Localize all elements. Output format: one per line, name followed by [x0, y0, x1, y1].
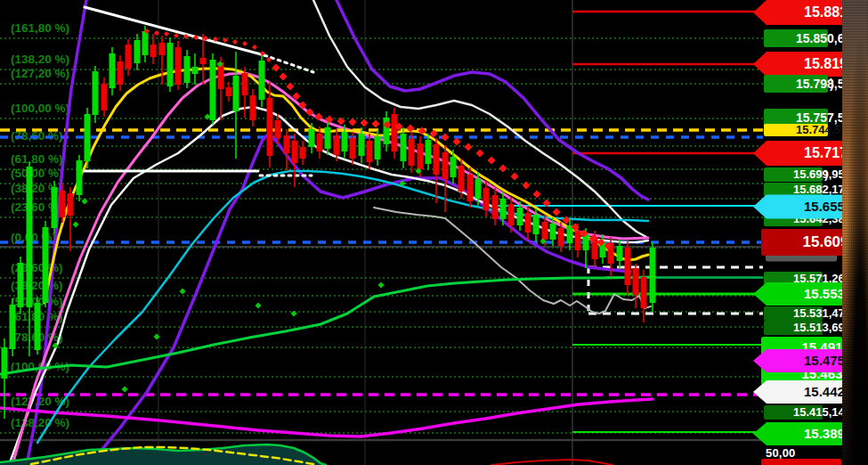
candle-body [226, 87, 232, 96]
candle-body [10, 305, 16, 349]
candle-body [367, 141, 373, 162]
candle-body [442, 152, 449, 179]
candle-body [617, 246, 623, 261]
candle-body [200, 58, 207, 64]
candle-body [259, 61, 265, 100]
candle-body [650, 248, 656, 303]
candle-body [359, 134, 365, 156]
candle [43, 221, 49, 307]
candle [110, 47, 116, 95]
candle-body [18, 263, 24, 307]
candle-body [325, 127, 331, 149]
candle-body [267, 98, 273, 156]
svg-text:(161,80 %): (161,80 %) [11, 21, 69, 35]
svg-text:(127,20 %): (127,20 %) [11, 67, 69, 80]
candle-body [27, 167, 33, 307]
candle-body [508, 204, 515, 225]
candle-body [418, 143, 424, 169]
candle-body [458, 166, 465, 192]
candle-body [292, 141, 298, 163]
candle-body [2, 347, 8, 379]
candle [210, 53, 216, 125]
candle-body [233, 76, 239, 111]
candle-body [150, 45, 157, 57]
candle [35, 297, 41, 355]
svg-text:(138,20 %): (138,20 %) [11, 416, 69, 429]
candle-body [542, 222, 548, 240]
candle-body [375, 136, 381, 159]
candle-body [35, 303, 41, 350]
candle-body [517, 208, 523, 225]
candle [259, 55, 265, 107]
candle-body [633, 268, 639, 295]
candle-body [142, 31, 149, 55]
candle [167, 37, 174, 92]
price-chart-svg: (161,80 %)(138,20 %)(127,20 %)(100,00 %)… [0, 0, 868, 465]
candle [10, 298, 16, 356]
candle-body [275, 120, 281, 138]
candle [93, 66, 99, 123]
candle [650, 242, 656, 312]
trading-chart-window: (161,80 %)(138,20 %)(127,20 %)(100,00 %)… [0, 0, 868, 465]
candle-body [126, 45, 132, 69]
candle [175, 41, 182, 90]
candle-body [60, 191, 66, 217]
price-axis[interactable] [753, 0, 842, 465]
candle-body [192, 67, 199, 74]
candle-body [85, 114, 91, 161]
svg-text:(50,00 %): (50,00 %) [11, 167, 63, 180]
candle-body [434, 144, 440, 175]
candle [77, 155, 83, 201]
candle-body [533, 215, 539, 234]
candle-body [500, 199, 507, 219]
candle-body [167, 43, 174, 86]
candle-body [567, 225, 573, 243]
candle-body [409, 139, 415, 166]
candle-body [134, 40, 141, 63]
svg-text:(100,00 %): (100,00 %) [11, 102, 69, 115]
candle-body [184, 56, 191, 83]
candle [52, 181, 58, 233]
candle-body [342, 132, 348, 151]
candle-body [392, 114, 398, 151]
candle [18, 257, 24, 314]
candle [85, 108, 91, 168]
candle [392, 108, 398, 159]
candle-body [52, 187, 58, 228]
desktop-wallpaper [842, 0, 868, 465]
candle-body [558, 228, 564, 246]
candle-body [43, 227, 49, 303]
candle-body [250, 95, 256, 120]
candle-body [309, 129, 315, 147]
candle-body [317, 134, 323, 151]
candle-body [483, 188, 490, 210]
svg-text:(138,20 %): (138,20 %) [11, 53, 69, 66]
svg-text:(61,80 %): (61,80 %) [11, 152, 63, 166]
candle-body [159, 43, 166, 55]
candle-body [550, 224, 556, 240]
candle-body [525, 213, 531, 232]
candle-body [401, 134, 407, 161]
candle-body [426, 140, 432, 164]
indicator-scale-label: 50,00 [766, 446, 796, 460]
candle-body [350, 138, 356, 159]
candle-body [467, 175, 474, 201]
candle-body [68, 193, 74, 216]
candle-body [242, 73, 248, 95]
candle-body [625, 248, 631, 285]
candle-body [110, 53, 116, 88]
candle-body [334, 135, 340, 155]
candle-body [300, 147, 306, 159]
candle-body [175, 47, 182, 85]
candle-body [475, 179, 482, 199]
candle-body [450, 157, 457, 177]
candle-body [641, 277, 647, 308]
candle-body [210, 60, 216, 120]
candle-body [77, 160, 83, 195]
candle-body [575, 231, 581, 250]
candle-body [93, 71, 99, 115]
candle-body [492, 195, 499, 219]
candle-body [284, 135, 290, 153]
candle-body [101, 84, 108, 110]
candle-body [118, 61, 124, 85]
